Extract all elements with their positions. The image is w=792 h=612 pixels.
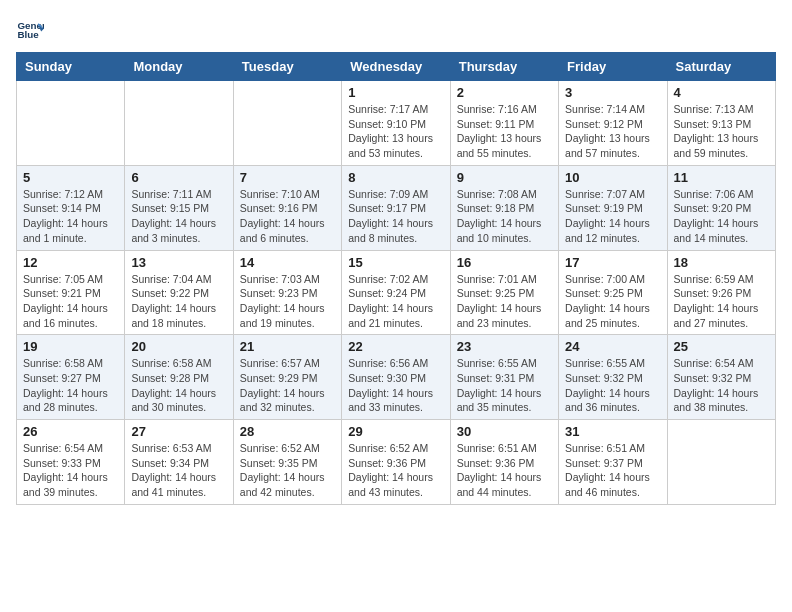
day-info: Sunrise: 7:09 AM Sunset: 9:17 PM Dayligh…: [348, 187, 443, 246]
day-of-week-header: Sunday: [17, 53, 125, 81]
day-info: Sunrise: 6:53 AM Sunset: 9:34 PM Dayligh…: [131, 441, 226, 500]
day-number: 14: [240, 255, 335, 270]
day-info: Sunrise: 7:06 AM Sunset: 9:20 PM Dayligh…: [674, 187, 769, 246]
day-info: Sunrise: 6:58 AM Sunset: 9:27 PM Dayligh…: [23, 356, 118, 415]
day-number: 9: [457, 170, 552, 185]
calendar-day-cell: 23Sunrise: 6:55 AM Sunset: 9:31 PM Dayli…: [450, 335, 558, 420]
calendar-day-cell: 25Sunrise: 6:54 AM Sunset: 9:32 PM Dayli…: [667, 335, 775, 420]
day-number: 21: [240, 339, 335, 354]
day-number: 23: [457, 339, 552, 354]
calendar-table: SundayMondayTuesdayWednesdayThursdayFrid…: [16, 52, 776, 505]
calendar-day-cell: 3Sunrise: 7:14 AM Sunset: 9:12 PM Daylig…: [559, 81, 667, 166]
day-info: Sunrise: 6:55 AM Sunset: 9:32 PM Dayligh…: [565, 356, 660, 415]
calendar-week-row: 5Sunrise: 7:12 AM Sunset: 9:14 PM Daylig…: [17, 165, 776, 250]
day-number: 11: [674, 170, 769, 185]
calendar-week-row: 1Sunrise: 7:17 AM Sunset: 9:10 PM Daylig…: [17, 81, 776, 166]
day-info: Sunrise: 7:05 AM Sunset: 9:21 PM Dayligh…: [23, 272, 118, 331]
calendar-week-row: 19Sunrise: 6:58 AM Sunset: 9:27 PM Dayli…: [17, 335, 776, 420]
day-info: Sunrise: 6:51 AM Sunset: 9:37 PM Dayligh…: [565, 441, 660, 500]
calendar-day-cell: 21Sunrise: 6:57 AM Sunset: 9:29 PM Dayli…: [233, 335, 341, 420]
day-info: Sunrise: 6:56 AM Sunset: 9:30 PM Dayligh…: [348, 356, 443, 415]
day-of-week-header: Monday: [125, 53, 233, 81]
day-number: 3: [565, 85, 660, 100]
calendar-week-row: 26Sunrise: 6:54 AM Sunset: 9:33 PM Dayli…: [17, 420, 776, 505]
calendar-day-cell: 31Sunrise: 6:51 AM Sunset: 9:37 PM Dayli…: [559, 420, 667, 505]
day-number: 7: [240, 170, 335, 185]
day-info: Sunrise: 7:10 AM Sunset: 9:16 PM Dayligh…: [240, 187, 335, 246]
day-of-week-header: Thursday: [450, 53, 558, 81]
calendar-empty-cell: [125, 81, 233, 166]
calendar-day-cell: 12Sunrise: 7:05 AM Sunset: 9:21 PM Dayli…: [17, 250, 125, 335]
logo-icon: General Blue: [16, 16, 44, 44]
calendar-day-cell: 19Sunrise: 6:58 AM Sunset: 9:27 PM Dayli…: [17, 335, 125, 420]
calendar-day-cell: 24Sunrise: 6:55 AM Sunset: 9:32 PM Dayli…: [559, 335, 667, 420]
day-info: Sunrise: 7:04 AM Sunset: 9:22 PM Dayligh…: [131, 272, 226, 331]
day-number: 24: [565, 339, 660, 354]
day-number: 16: [457, 255, 552, 270]
day-number: 8: [348, 170, 443, 185]
calendar-day-cell: 2Sunrise: 7:16 AM Sunset: 9:11 PM Daylig…: [450, 81, 558, 166]
day-number: 12: [23, 255, 118, 270]
day-of-week-header: Saturday: [667, 53, 775, 81]
calendar-day-cell: 20Sunrise: 6:58 AM Sunset: 9:28 PM Dayli…: [125, 335, 233, 420]
day-info: Sunrise: 7:03 AM Sunset: 9:23 PM Dayligh…: [240, 272, 335, 331]
calendar-day-cell: 6Sunrise: 7:11 AM Sunset: 9:15 PM Daylig…: [125, 165, 233, 250]
day-info: Sunrise: 6:57 AM Sunset: 9:29 PM Dayligh…: [240, 356, 335, 415]
day-info: Sunrise: 6:52 AM Sunset: 9:35 PM Dayligh…: [240, 441, 335, 500]
day-info: Sunrise: 7:16 AM Sunset: 9:11 PM Dayligh…: [457, 102, 552, 161]
calendar-day-cell: 15Sunrise: 7:02 AM Sunset: 9:24 PM Dayli…: [342, 250, 450, 335]
logo: General Blue: [16, 16, 48, 44]
calendar-day-cell: 27Sunrise: 6:53 AM Sunset: 9:34 PM Dayli…: [125, 420, 233, 505]
calendar-day-cell: 11Sunrise: 7:06 AM Sunset: 9:20 PM Dayli…: [667, 165, 775, 250]
day-number: 4: [674, 85, 769, 100]
svg-text:Blue: Blue: [17, 29, 39, 40]
calendar-day-cell: 13Sunrise: 7:04 AM Sunset: 9:22 PM Dayli…: [125, 250, 233, 335]
day-number: 18: [674, 255, 769, 270]
calendar-day-cell: 10Sunrise: 7:07 AM Sunset: 9:19 PM Dayli…: [559, 165, 667, 250]
day-of-week-header: Wednesday: [342, 53, 450, 81]
calendar-day-cell: 4Sunrise: 7:13 AM Sunset: 9:13 PM Daylig…: [667, 81, 775, 166]
day-number: 19: [23, 339, 118, 354]
calendar-day-cell: 1Sunrise: 7:17 AM Sunset: 9:10 PM Daylig…: [342, 81, 450, 166]
calendar-day-cell: 18Sunrise: 6:59 AM Sunset: 9:26 PM Dayli…: [667, 250, 775, 335]
day-info: Sunrise: 7:08 AM Sunset: 9:18 PM Dayligh…: [457, 187, 552, 246]
calendar-day-cell: 5Sunrise: 7:12 AM Sunset: 9:14 PM Daylig…: [17, 165, 125, 250]
day-info: Sunrise: 7:07 AM Sunset: 9:19 PM Dayligh…: [565, 187, 660, 246]
day-info: Sunrise: 7:00 AM Sunset: 9:25 PM Dayligh…: [565, 272, 660, 331]
day-info: Sunrise: 7:17 AM Sunset: 9:10 PM Dayligh…: [348, 102, 443, 161]
day-number: 31: [565, 424, 660, 439]
calendar-day-cell: 30Sunrise: 6:51 AM Sunset: 9:36 PM Dayli…: [450, 420, 558, 505]
calendar-empty-cell: [17, 81, 125, 166]
day-number: 10: [565, 170, 660, 185]
day-of-week-header: Tuesday: [233, 53, 341, 81]
day-number: 27: [131, 424, 226, 439]
calendar-empty-cell: [667, 420, 775, 505]
day-info: Sunrise: 6:52 AM Sunset: 9:36 PM Dayligh…: [348, 441, 443, 500]
day-number: 30: [457, 424, 552, 439]
day-info: Sunrise: 6:54 AM Sunset: 9:33 PM Dayligh…: [23, 441, 118, 500]
day-info: Sunrise: 6:51 AM Sunset: 9:36 PM Dayligh…: [457, 441, 552, 500]
calendar-empty-cell: [233, 81, 341, 166]
day-info: Sunrise: 6:55 AM Sunset: 9:31 PM Dayligh…: [457, 356, 552, 415]
day-of-week-header: Friday: [559, 53, 667, 81]
day-number: 28: [240, 424, 335, 439]
day-info: Sunrise: 6:54 AM Sunset: 9:32 PM Dayligh…: [674, 356, 769, 415]
calendar-day-cell: 9Sunrise: 7:08 AM Sunset: 9:18 PM Daylig…: [450, 165, 558, 250]
day-number: 13: [131, 255, 226, 270]
calendar-day-cell: 26Sunrise: 6:54 AM Sunset: 9:33 PM Dayli…: [17, 420, 125, 505]
day-info: Sunrise: 7:01 AM Sunset: 9:25 PM Dayligh…: [457, 272, 552, 331]
calendar-day-cell: 29Sunrise: 6:52 AM Sunset: 9:36 PM Dayli…: [342, 420, 450, 505]
day-info: Sunrise: 7:14 AM Sunset: 9:12 PM Dayligh…: [565, 102, 660, 161]
calendar-day-cell: 22Sunrise: 6:56 AM Sunset: 9:30 PM Dayli…: [342, 335, 450, 420]
calendar-day-cell: 14Sunrise: 7:03 AM Sunset: 9:23 PM Dayli…: [233, 250, 341, 335]
calendar-day-cell: 16Sunrise: 7:01 AM Sunset: 9:25 PM Dayli…: [450, 250, 558, 335]
day-number: 1: [348, 85, 443, 100]
day-number: 15: [348, 255, 443, 270]
day-info: Sunrise: 7:11 AM Sunset: 9:15 PM Dayligh…: [131, 187, 226, 246]
day-info: Sunrise: 7:13 AM Sunset: 9:13 PM Dayligh…: [674, 102, 769, 161]
day-info: Sunrise: 7:12 AM Sunset: 9:14 PM Dayligh…: [23, 187, 118, 246]
day-number: 26: [23, 424, 118, 439]
page-header: General Blue: [16, 16, 776, 44]
day-number: 5: [23, 170, 118, 185]
day-info: Sunrise: 6:59 AM Sunset: 9:26 PM Dayligh…: [674, 272, 769, 331]
